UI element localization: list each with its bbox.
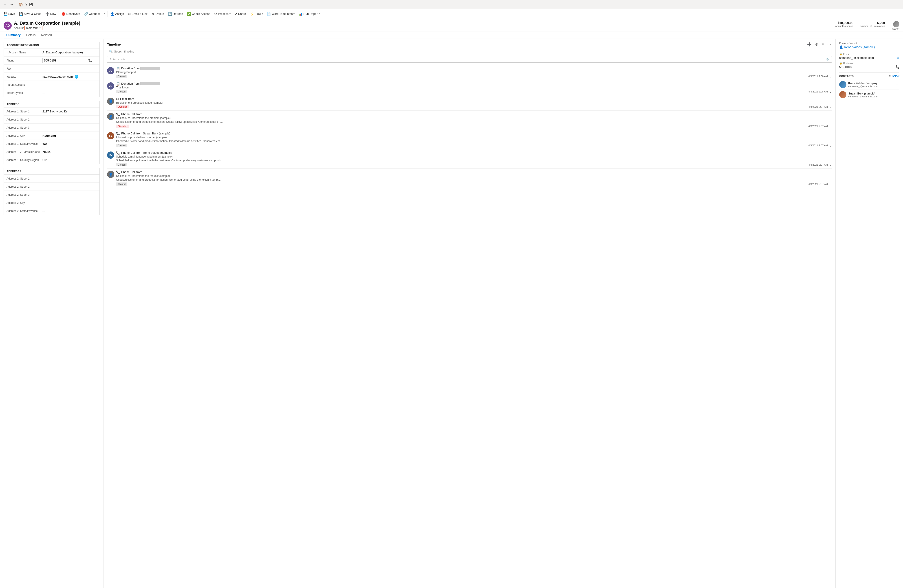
- account-info-section: ACCOUNT INFORMATION * Account Name A. Da…: [3, 42, 100, 97]
- flow-dropdown-arrow: ▾: [262, 13, 263, 15]
- flow-button[interactable]: ⚡ Flow ▾: [248, 11, 265, 17]
- timeline-item-6[interactable]: 👤 📞 Phone Call from Call back to underst…: [107, 168, 832, 188]
- phone-input[interactable]: [42, 58, 87, 63]
- tl-expand-3[interactable]: ⌄: [829, 124, 832, 128]
- back-button[interactable]: ←: [2, 2, 8, 8]
- refresh-button[interactable]: 🔄 Refresh: [166, 11, 185, 17]
- ticker-symbol-label: Ticker Symbol: [6, 91, 42, 94]
- separator-1: [58, 11, 59, 17]
- ci-more-0[interactable]: ⋯: [896, 83, 900, 87]
- tl-badge-0: Closed: [116, 75, 127, 78]
- business-field-value: 555-0108 📞: [839, 65, 900, 69]
- fax-value: ---: [42, 67, 97, 70]
- tl-time-2: 4/3/2021 2:07 AM: [809, 105, 828, 108]
- email-field-value: someone_j@example.com ✉: [839, 56, 900, 60]
- timeline-more-button[interactable]: ⋯: [826, 42, 832, 47]
- content-area: ACCOUNT INFORMATION * Account Name A. Da…: [0, 39, 903, 588]
- tl-title-row-5: 📞 Phone Call from Rene Valdes (sample): [116, 151, 832, 155]
- new-button[interactable]: ➕ New: [44, 11, 58, 17]
- timeline-item-3[interactable]: 👤 📞 Phone Call from Call back to underst…: [107, 111, 832, 130]
- owner-label: Owner: [892, 27, 900, 30]
- tl-expand-0[interactable]: ⌄: [829, 74, 832, 78]
- tl-expand-2[interactable]: ⌄: [829, 105, 832, 108]
- tl-type-icon-6: 📞: [116, 170, 120, 174]
- share-label: Share: [238, 12, 246, 16]
- tl-body-1: 📋 Donation from Thank you Closed 4/3/202…: [116, 82, 832, 93]
- street3-label: Address 1: Street 3: [6, 126, 42, 129]
- ci-name-1: Susan Burk (sample): [848, 92, 878, 95]
- tl-time-1: 4/3/2021 2:08 AM: [809, 90, 828, 93]
- connect-dropdown[interactable]: ▾: [102, 12, 107, 16]
- field-phone: Phone 📞: [4, 57, 99, 64]
- delete-button[interactable]: 🗑 Delete: [150, 11, 166, 17]
- tl-body-3: 📞 Phone Call from Call back to understan…: [116, 112, 832, 128]
- save-button[interactable]: 💾 Save: [2, 11, 17, 17]
- tl-expand-4[interactable]: ⌄: [829, 144, 832, 147]
- timeline-add-button[interactable]: ➕: [806, 42, 813, 47]
- tab-related[interactable]: Related: [38, 31, 55, 39]
- tl-badge-3: Overdue: [116, 124, 129, 128]
- tl-body-4: 📞 Phone Call from Susan Burk (sample) In…: [116, 132, 832, 147]
- timeline-view-button[interactable]: ≡: [821, 42, 824, 47]
- tl-meta-3: Overdue 4/3/2021 2:07 AM ⌄: [116, 124, 832, 128]
- timeline-filter-button[interactable]: ⊘: [814, 42, 819, 47]
- website-icon: 🌐: [74, 75, 79, 79]
- timeline-item-2[interactable]: 👤 ✉ Email from Replacement product shipp…: [107, 95, 832, 111]
- address1-section: ADDRESS Address 1: Street 1 2137 Birchwo…: [3, 101, 100, 164]
- owner-stat: Owner: [892, 21, 900, 30]
- ci-info-1: Susan Burk (sample) someone_i@example.co…: [848, 92, 878, 98]
- tl-expand-5[interactable]: ⌄: [829, 163, 832, 167]
- tl-expand-1[interactable]: ⌄: [829, 90, 832, 93]
- timeline-item-1[interactable]: JL 📋 Donation from Thank you Closed 4/3/…: [107, 80, 832, 95]
- tl-time-3: 4/3/2021 2:07 AM: [809, 125, 828, 127]
- topbar-save-icon: 💾: [29, 3, 33, 6]
- timeline-item-4[interactable]: SB 📞 Phone Call from Susan Burk (sample)…: [107, 130, 832, 149]
- ci-more-1[interactable]: ⋯: [896, 93, 900, 97]
- share-button[interactable]: ↗ Share: [233, 11, 248, 17]
- address1-body: Address 1: Street 1 2137 Birchwood Dr Ad…: [4, 107, 99, 164]
- timeline-item-0[interactable]: JL 📋 Donation from Offering Support Clos…: [107, 65, 832, 80]
- tl-meta-2: Overdue 4/3/2021 2:07 AM ⌄: [116, 105, 832, 108]
- email-link-button[interactable]: ✉ Email a Link: [126, 11, 149, 17]
- timeline-search-input[interactable]: [114, 50, 830, 53]
- assign-button[interactable]: 👤 Assign: [109, 11, 126, 17]
- tl-time-6: 4/3/2021 2:07 AM: [809, 183, 828, 186]
- a2-state-value: ---: [42, 209, 97, 213]
- tl-expand-6[interactable]: ⌄: [829, 182, 832, 186]
- timeline-item-5[interactable]: RV 📞 Phone Call from Rene Valdes (sample…: [107, 149, 832, 168]
- contacts-select-button[interactable]: Select: [892, 74, 900, 78]
- email-compose-icon[interactable]: ✉: [897, 56, 900, 60]
- business-label-text: Business: [843, 62, 853, 64]
- save-close-button[interactable]: 💾 Save & Close: [17, 11, 43, 17]
- email-field-label: 🔒 Email: [839, 52, 900, 55]
- word-templates-button[interactable]: 📄 Word Templates ▾: [265, 11, 296, 17]
- timeline-note[interactable]: Enter a note... 📎: [107, 56, 832, 63]
- tl-body-6: 📞 Phone Call from Call back to understan…: [116, 170, 832, 186]
- form-selector[interactable]: main form ▾: [25, 26, 42, 30]
- connect-button[interactable]: 🔗 Connect: [82, 11, 101, 17]
- toolbar: 💾 Save 💾 Save & Close ➕ New ⛔ Deactivate…: [0, 9, 903, 19]
- field-street3: Address 1: Street 3 ---: [4, 124, 99, 132]
- tab-details[interactable]: Details: [24, 31, 38, 39]
- run-report-button[interactable]: 📊 Run Report ▾: [297, 11, 322, 17]
- timeline-note-attach-icon: 📎: [826, 58, 829, 61]
- forward-button[interactable]: →: [8, 2, 15, 8]
- a2-city-value: ---: [42, 201, 97, 204]
- field-account-name: * Account Name A. Datum Corporation (sam…: [4, 49, 99, 57]
- tl-avatar-3: 👤: [107, 113, 114, 120]
- process-button[interactable]: ⚙ Process ▾: [212, 11, 232, 17]
- tl-time-0: 4/3/2021 2:08 AM: [809, 75, 828, 78]
- check-access-button[interactable]: ✅ Check Access: [185, 11, 212, 17]
- tl-subtitle-5: Schedule a maintenance appointment (samp…: [116, 155, 832, 158]
- tl-avatar-6: 👤: [107, 171, 114, 178]
- tab-summary[interactable]: Summary: [3, 31, 24, 39]
- assign-icon: 👤: [110, 12, 114, 16]
- primary-contact-link[interactable]: 👤 Rene Valdes (sample): [839, 46, 900, 49]
- deactivate-button[interactable]: ⛔ Deactivate: [60, 11, 82, 17]
- tl-title-row-2: ✉ Email from: [116, 97, 832, 101]
- tl-type-icon-0: 📋: [116, 67, 120, 70]
- run-report-label: Run Report: [303, 12, 318, 16]
- employees-value: 6,200: [861, 21, 885, 25]
- phone-call-icon[interactable]: 📞: [895, 65, 900, 69]
- address1-title: ADDRESS: [6, 103, 19, 105]
